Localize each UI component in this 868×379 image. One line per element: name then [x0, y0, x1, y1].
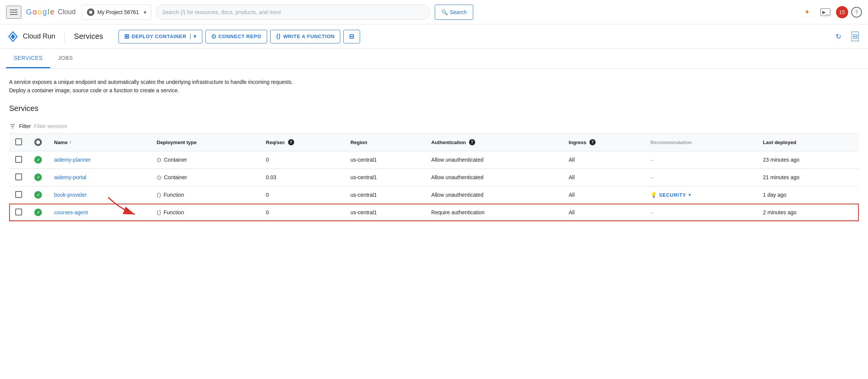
th-deployment-label: Deployment type — [157, 140, 197, 145]
filter-placeholder[interactable]: Filter services — [34, 123, 67, 129]
table-header-row: Name ↑ Deployment type Req/sec ? Region — [9, 134, 859, 151]
th-req-label: Req/sec — [266, 140, 285, 145]
row-checkbox[interactable] — [15, 209, 22, 215]
row-last-deployed-cell: 2 minutes ago — [757, 204, 859, 221]
th-ingress[interactable]: Ingress ? — [562, 134, 644, 151]
action-buttons: ⊞ DEPLOY CONTAINER ▾ ⊙ CONNECT REPO ⟨⟩ W… — [119, 30, 360, 43]
th-authentication[interactable]: Authentication ? — [425, 134, 563, 151]
search-button[interactable]: 🔍 Search — [435, 5, 473, 20]
row-checkbox-cell — [9, 204, 28, 221]
top-navigation: Google Cloud My Project 58761 ▾ 🔍 Search… — [0, 0, 868, 24]
deploy-container-icon: ⊞ — [124, 33, 130, 40]
deployment-type-label: Container — [164, 174, 187, 180]
tab-services[interactable]: SERVICES — [6, 49, 50, 68]
deploy-container-chevron[interactable]: ▾ — [190, 34, 197, 39]
avatar-label: 15 — [839, 9, 845, 15]
th-region[interactable]: Region — [344, 134, 425, 151]
avatar[interactable]: 15 — [836, 6, 848, 18]
service-logo: Cloud Run — [6, 30, 55, 43]
columns-button[interactable]: ⊟ — [848, 30, 862, 43]
row-checkbox-cell — [9, 151, 28, 169]
gemini-button[interactable]: ✦ — [799, 5, 815, 20]
project-name: My Project 58761 — [98, 9, 139, 15]
tab-jobs[interactable]: JOBS — [50, 49, 80, 68]
row-auth-cell: Allow unauthenticated — [425, 169, 563, 186]
req-sec-value: 0.03 — [266, 174, 276, 180]
row-checkbox-cell — [9, 186, 28, 204]
write-function-button[interactable]: ⟨⟩ WRITE A FUNCTION — [270, 30, 340, 43]
row-last-deployed-cell: 23 minutes ago — [757, 151, 859, 169]
svg-marker-1 — [11, 34, 15, 39]
region-value: us-central1 — [351, 174, 377, 180]
row-recommendation-cell: – — [644, 151, 757, 169]
th-req-sec[interactable]: Req/sec ? — [260, 134, 344, 151]
status-indicator — [34, 156, 42, 164]
row-region-cell: us-central1 — [344, 151, 425, 169]
row-name-cell: aidemy-portal — [48, 169, 151, 186]
service-name-link[interactable]: aidemy-planner — [54, 157, 91, 163]
th-status — [28, 134, 48, 151]
service-name: Cloud Run — [23, 32, 55, 40]
row-status-cell — [28, 169, 48, 186]
status-indicator — [34, 191, 42, 199]
deployment-type-icon: ⊙ — [157, 156, 162, 164]
ingress-value: All — [569, 174, 575, 180]
req-sec-help-icon[interactable]: ? — [288, 139, 294, 145]
th-rec-label: Recommendation — [650, 140, 692, 145]
no-recommendation: – — [650, 174, 653, 180]
connect-repo-button[interactable]: ⊙ CONNECT REPO — [205, 30, 267, 43]
row-checkbox[interactable] — [15, 156, 22, 163]
row-deployment-cell: ⟨⟩ Function — [151, 204, 260, 221]
th-name[interactable]: Name ↑ — [48, 134, 151, 151]
description: A service exposes a unique endpoint and … — [9, 78, 859, 95]
deploy-container-label: DEPLOY CONTAINER — [131, 34, 186, 39]
row-deployment-cell: ⟨⟩ Function — [151, 186, 260, 204]
filter-label[interactable]: Filter — [19, 123, 31, 129]
select-all-checkbox[interactable] — [15, 138, 22, 145]
deploy-container-button[interactable]: ⊞ DEPLOY CONTAINER ▾ — [119, 30, 202, 43]
cloud-shell-button[interactable]: ▶_ — [818, 5, 833, 20]
row-ingress-cell: All — [562, 186, 644, 204]
table-row: book-provider ⟨⟩ Function 0 us-central1 … — [9, 186, 859, 204]
row-checkbox[interactable] — [15, 173, 22, 180]
project-dropdown-icon: ▾ — [144, 9, 146, 15]
page-title: Services — [74, 32, 103, 41]
th-region-label: Region — [351, 140, 367, 145]
row-req-sec-cell: 0 — [260, 186, 344, 204]
security-rec-label[interactable]: SECURITY — [659, 192, 686, 198]
status-indicator — [34, 209, 42, 216]
service-name-link[interactable]: courses-agent — [54, 209, 88, 215]
th-auth-label: Authentication — [431, 140, 466, 145]
ingress-value: All — [569, 192, 575, 198]
th-last-deployed-label: Last deployed — [763, 140, 796, 145]
row-req-sec-cell: 0.03 — [260, 169, 344, 186]
auth-help-icon[interactable]: ? — [469, 139, 475, 145]
hamburger-menu[interactable] — [6, 6, 21, 19]
description-line2: Deploy a container image, source code or… — [9, 86, 859, 95]
auth-value: Allow unauthenticated — [431, 192, 484, 198]
deployment-type-label: Function — [163, 209, 184, 215]
ingress-help-icon[interactable]: ? — [589, 139, 596, 145]
row-ingress-cell: All — [562, 169, 644, 186]
project-selector[interactable]: My Project 58761 ▾ — [82, 5, 151, 20]
grid-icon: ⊟ — [349, 33, 354, 40]
help-button[interactable]: ? — [851, 7, 862, 18]
service-name-link[interactable]: book-provider — [54, 192, 87, 198]
table-row: aidemy-portal ⊙ Container 0.03 us-centra… — [9, 169, 859, 186]
search-input[interactable] — [162, 9, 424, 15]
rec-dropdown-icon[interactable]: ▾ — [689, 192, 691, 198]
last-deployed-value: 2 minutes ago — [763, 209, 796, 215]
region-value: us-central1 — [351, 192, 377, 198]
th-recommendation: Recommendation — [644, 134, 757, 151]
grid-view-button[interactable]: ⊟ — [343, 30, 360, 43]
row-status-cell — [28, 204, 48, 221]
google-cloud-logo[interactable]: Google Cloud — [26, 8, 76, 16]
refresh-button[interactable]: ↻ — [831, 30, 845, 43]
gemini-icon: ✦ — [804, 8, 810, 16]
deployment-type-label: Function — [163, 192, 184, 198]
row-checkbox[interactable] — [15, 191, 22, 198]
th-last-deployed[interactable]: Last deployed — [757, 134, 859, 151]
service-name-link[interactable]: aidemy-portal — [54, 174, 86, 180]
auth-value: Allow unauthenticated — [431, 157, 484, 163]
th-deployment-type[interactable]: Deployment type — [151, 134, 260, 151]
